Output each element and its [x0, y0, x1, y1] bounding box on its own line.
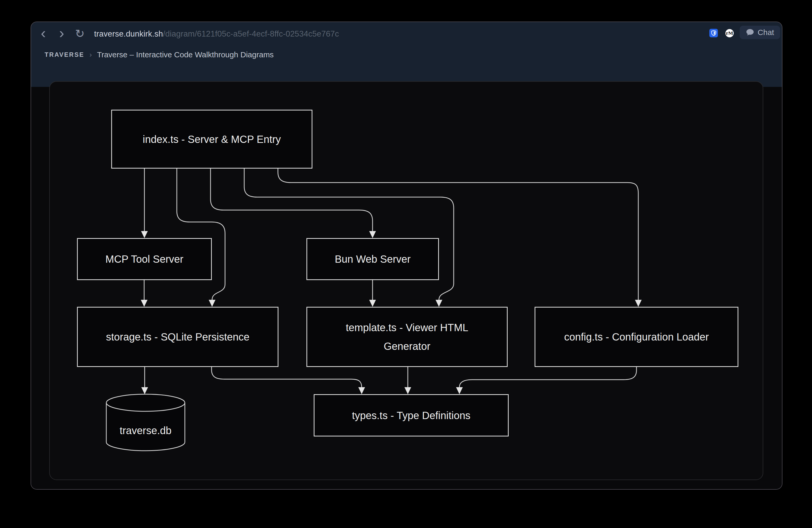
url-bar[interactable]: traverse.dunkirk.sh/diagram/6121f05c-a5e…	[94, 29, 339, 39]
shield-icon	[711, 30, 716, 36]
node-template-ts[interactable]: template.ts - Viewer HTML Generator	[306, 307, 508, 367]
reload-button[interactable]: ↻	[74, 28, 86, 39]
back-button[interactable]: ‹	[39, 25, 48, 41]
chat-button-label: Chat	[757, 28, 774, 37]
node-storage-ts[interactable]: storage.ts - SQLite Persistence	[77, 307, 278, 367]
chat-button[interactable]: Chat	[740, 26, 780, 39]
breadcrumb-site-link[interactable]: TRAVERSE	[45, 51, 84, 58]
page-title: Traverse – Interactive Code Walkthrough …	[97, 50, 274, 59]
screenshot-background: { "browser": { "nav": { "back_glyph": "‹…	[0, 0, 812, 528]
forward-button[interactable]: ›	[57, 25, 66, 41]
node-config-ts[interactable]: config.ts - Configuration Loader	[535, 307, 738, 367]
chat-bubble-icon	[745, 28, 754, 37]
node-index-ts[interactable]: index.ts - Server & MCP Entry	[111, 110, 313, 169]
browser-chrome: ‹ › ↻ traverse.dunkirk.sh/diagram/6121f0…	[31, 22, 782, 87]
node-types-ts[interactable]: types.ts - Type Definitions	[314, 394, 509, 437]
node-bun-web-server[interactable]: Bun Web Server	[306, 238, 439, 280]
url-domain: traverse.dunkirk.sh	[94, 29, 163, 38]
extension-badge-rm[interactable]: rM	[725, 29, 734, 37]
node-mcp-tool-server[interactable]: MCP Tool Server	[77, 238, 212, 280]
bitwarden-extension-button[interactable]	[709, 29, 718, 37]
breadcrumb: TRAVERSE › Traverse – Interactive Code W…	[45, 47, 274, 62]
node-traverse-db[interactable]: traverse.db	[106, 412, 185, 449]
breadcrumb-separator-icon: ›	[89, 51, 92, 59]
url-path: /diagram/6121f05c-a5ef-4ecf-8ffc-02534c5…	[163, 29, 339, 38]
